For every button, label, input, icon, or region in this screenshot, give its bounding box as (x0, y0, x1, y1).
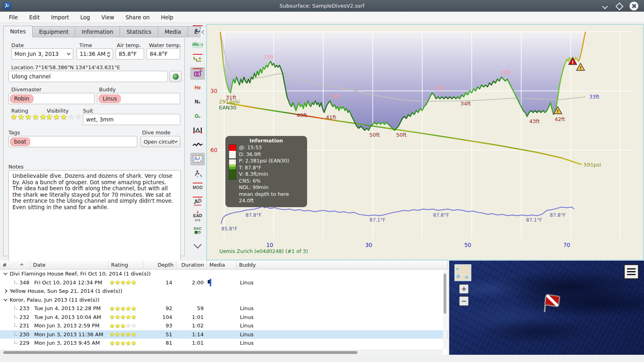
calculated-ceiling-icon[interactable] (190, 53, 205, 65)
airtemp-field[interactable]: 85.8°F (116, 48, 144, 60)
tab-equipment[interactable]: Equipment (32, 26, 75, 37)
divemaster-chip[interactable]: Robin (10, 95, 33, 103)
ead-end-icon[interactable]: +EAD(•••) (190, 210, 205, 222)
dive-number: 229 (19, 340, 29, 346)
toolbar-scroll-down-icon[interactable] (194, 241, 202, 249)
dive-list-horizontal-scrollbar[interactable] (0, 350, 443, 355)
star-icon: ★ (131, 331, 136, 338)
trip-row[interactable]: Divi Flamingo House Reef, Fri Oct 10, 20… (0, 269, 448, 278)
dive-row[interactable]: 229Mon Jun 3, 2013 9:45 AM★★★★★811:01Lin… (0, 339, 448, 348)
nitrogen-toggle[interactable]: N₂ (190, 96, 205, 108)
star-icon: ★ (109, 279, 115, 286)
star-icon: ★ (126, 305, 131, 312)
chevron-down-icon (67, 51, 71, 56)
maximize-icon[interactable] (616, 3, 622, 9)
divemaster-input[interactable]: Robin (8, 93, 95, 104)
tab-statistics[interactable]: Statistics (120, 26, 158, 37)
column-header-depth[interactable]: Depth (143, 261, 176, 269)
map-zoom-in-button[interactable]: + (459, 284, 469, 294)
media-photo-icon[interactable] (210, 279, 211, 286)
notes-textarea[interactable]: Unbelievable dive. Dozens and dozens of … (8, 170, 181, 265)
location-input[interactable]: Ulong channel (8, 71, 168, 82)
expander-open-icon[interactable] (4, 297, 8, 301)
map-menu-button[interactable] (624, 264, 639, 279)
map-pane[interactable]: + − (449, 261, 644, 355)
column-header-num[interactable]: # (0, 261, 31, 269)
map-zoom-out-button[interactable]: − (459, 296, 469, 306)
suit-input[interactable]: wet, 3mm (83, 114, 180, 125)
tab-notes[interactable]: Notes (3, 26, 33, 37)
ndl-tts-icon[interactable] (190, 195, 205, 208)
dive-row[interactable]: 232Tue Jun 4, 2013 10:04 AM★★★★★1041:01L… (0, 313, 448, 322)
dive-row[interactable]: 233Tue Jun 4, 2013 12:28 PM★★★★★9259Linu… (0, 304, 448, 313)
close-icon[interactable] (630, 2, 638, 10)
star-icon: ★ (120, 305, 126, 312)
dive-events-icon[interactable] (190, 24, 205, 37)
svg-text:34ft: 34ft (460, 101, 471, 107)
star-icon: ★ (25, 112, 32, 121)
star-icon: ★ (126, 279, 131, 286)
dive-rating: ★★★★★ (109, 331, 143, 338)
menu-file[interactable]: File (3, 12, 24, 22)
mod-icon[interactable]: MOD (190, 181, 205, 194)
trip-row[interactable]: Yellow House, Sun Sep 21, 2014 (1 dive(s… (0, 287, 448, 296)
profile-infobox: Information @: 15:53D: 36.9ft P: 2,381ps… (225, 136, 307, 207)
profile-toolbar: He N₂ O₂ MOD +EAD(•••) SAC▦◷ (188, 24, 207, 257)
dive-row[interactable]: 348Fri Oct 10, 2014 12:34 PM★★★★★142:00L… (0, 278, 448, 287)
column-header-media[interactable]: Media (207, 261, 237, 269)
dive-site-flag-marker[interactable] (541, 291, 563, 315)
dive-number: 230 (19, 331, 29, 337)
star-icon: ★ (131, 305, 136, 312)
visibility-stars[interactable]: ★★★★★ (46, 112, 82, 121)
divemode-select[interactable]: Open circuit (140, 136, 180, 147)
star-icon: ★ (109, 331, 115, 338)
dc-reported-ceiling-icon[interactable] (190, 67, 205, 80)
time-field[interactable]: 11:36 AM (76, 48, 113, 60)
svg-text:33ft: 33ft (589, 94, 599, 100)
star-icon: ★ (120, 322, 126, 329)
rating-stars[interactable]: ★★★★★ (10, 112, 47, 121)
dive-profile-panel[interactable]: 10305070306031ft40ft41ft50ft50ft34ft43ft… (206, 24, 644, 260)
titlebar: Subsurface: SampleDivesV2.ssrf (0, 0, 644, 12)
menu-share-on[interactable]: Share on (120, 12, 155, 22)
sac-diver-icon[interactable] (190, 167, 205, 179)
dive-list-vertical-scrollbar[interactable] (443, 270, 447, 349)
menu-edit[interactable]: Edit (24, 12, 45, 22)
minimize-icon[interactable] (602, 3, 609, 9)
sac-rate-icon[interactable]: SAC▦◷ (190, 224, 205, 237)
tab-media[interactable]: Media (158, 26, 188, 37)
photos-icon[interactable] (190, 153, 205, 165)
heart-rate-icon[interactable] (190, 138, 205, 151)
buddy-input[interactable]: Linus (97, 93, 180, 104)
watertemp-field[interactable]: 84.8°F (147, 48, 180, 60)
svg-text:87.1°F: 87.1°F (526, 217, 542, 223)
location-globe-button[interactable] (169, 71, 182, 82)
date-field[interactable]: Mon Jun 3, 2013 (11, 48, 73, 60)
tab-information[interactable]: Information (75, 26, 120, 37)
column-header-duration[interactable]: Duration (176, 261, 207, 269)
dive-row[interactable]: 231Mon Jun 3, 2013 2:59 PM★★★★★931:02Lin… (0, 321, 448, 330)
tag-chip[interactable]: boat (10, 138, 30, 146)
expander-closed-icon[interactable] (4, 289, 8, 293)
menu-help[interactable]: Help (155, 12, 179, 22)
tree-elbow-icon (14, 315, 18, 318)
water-type-icon[interactable] (190, 39, 205, 51)
menu-import[interactable]: Import (45, 12, 75, 22)
menu-log[interactable]: Log (75, 12, 96, 22)
column-header-buddy[interactable]: Buddy (237, 261, 448, 269)
star-icon: ★ (68, 112, 75, 121)
helium-toggle[interactable]: He (190, 81, 205, 94)
oxygen-toggle[interactable]: O₂ (190, 110, 205, 122)
svg-text:87.8°F: 87.8°F (246, 212, 262, 218)
buddy-chip[interactable]: Linus (99, 95, 121, 103)
map-overview-thumbnail[interactable] (454, 264, 471, 281)
column-header-date[interactable]: Date (31, 261, 109, 269)
tank-bar-icon[interactable] (190, 124, 205, 137)
dive-row[interactable]: 230Mon Jun 3, 2013 11:36 AM★★★★★511:14Li… (0, 330, 448, 339)
menu-view[interactable]: View (96, 12, 120, 22)
trip-row[interactable]: Koror, Palau, Jun 2013 (11 dive(s)) (0, 296, 448, 304)
time-spinner[interactable] (107, 51, 110, 57)
tags-input[interactable]: boat (8, 136, 137, 147)
column-header-rating[interactable]: Rating (109, 261, 143, 269)
expander-open-icon[interactable] (4, 271, 8, 275)
